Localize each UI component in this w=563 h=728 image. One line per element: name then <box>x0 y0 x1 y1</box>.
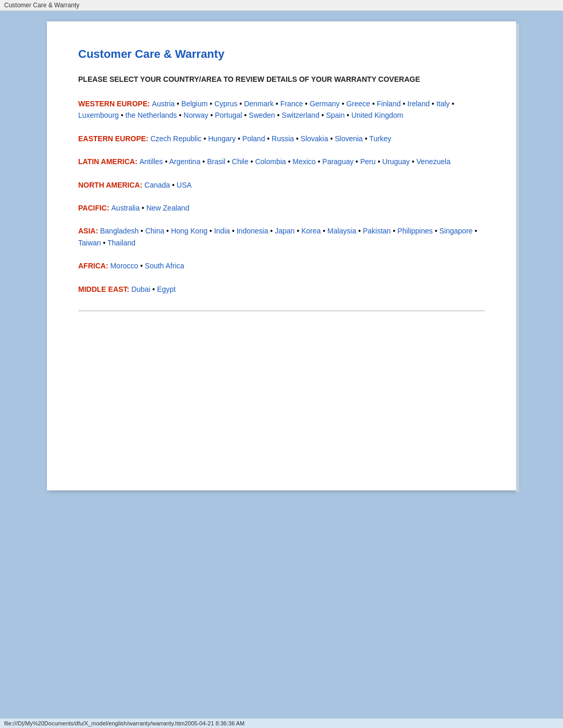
country-link-belgium[interactable]: Belgium <box>181 100 208 108</box>
country-link-austria[interactable]: Austria <box>152 100 175 108</box>
country-link-turkey[interactable]: Turkey <box>369 134 391 143</box>
country-link-thailand[interactable]: Thailand <box>107 239 136 247</box>
country-link-chile[interactable]: Chile <box>232 157 249 166</box>
country-link-dubai[interactable]: Dubai <box>131 285 151 293</box>
country-link-denmark[interactable]: Denmark <box>244 100 274 108</box>
region-latin-america: LATIN AMERICA: Antilles • Argentina • Br… <box>78 156 485 167</box>
country-link-philippines[interactable]: Philippines <box>397 227 433 235</box>
country-link-south-africa[interactable]: South Africa <box>145 262 185 270</box>
page-title: Customer Care & Warranty <box>78 47 485 61</box>
country-link-uruguay[interactable]: Uruguay <box>382 157 410 166</box>
page-subtitle: PLEASE SELECT YOUR COUNTRY/AREA TO REVIE… <box>78 74 485 85</box>
country-link-indonesia[interactable]: Indonesia <box>237 227 268 235</box>
country-link-hong-kong[interactable]: Hong Kong <box>171 227 207 235</box>
country-link-malaysia[interactable]: Malaysia <box>327 227 356 235</box>
country-link-usa[interactable]: USA <box>177 181 192 189</box>
country-link-czech-republic[interactable]: Czech Republic <box>150 134 201 143</box>
country-link-paraguay[interactable]: Paraguay <box>322 157 353 166</box>
region-label-middle-east: MIDDLE EAST: <box>78 285 131 293</box>
status-bar-text: file:///D|/My%20Documents/dfu/X_model/en… <box>4 720 244 726</box>
country-link-antilles[interactable]: Antilles <box>139 157 163 166</box>
country-link-morocco[interactable]: Morocco <box>110 262 138 270</box>
country-link-pakistan[interactable]: Pakistan <box>363 227 391 235</box>
country-link-bangladesh[interactable]: Bangladesh <box>100 227 139 235</box>
country-link-ireland[interactable]: Ireland <box>407 100 430 108</box>
region-pacific: PACIFIC: Australia • New Zealand <box>78 202 485 214</box>
country-link-france[interactable]: France <box>280 100 303 108</box>
country-link-mexico[interactable]: Mexico <box>292 157 315 166</box>
country-link-norway[interactable]: Norway <box>183 111 208 119</box>
country-link-colombia[interactable]: Colombia <box>255 157 286 166</box>
country-link-germany[interactable]: Germany <box>310 100 340 108</box>
country-link-luxembourg[interactable]: Luxembourg <box>78 111 119 119</box>
region-label-asia: ASIA: <box>78 227 100 235</box>
regions-container: WESTERN EUROPE: Austria • Belgium • Cypr… <box>78 98 485 295</box>
region-africa: AFRICA: Morocco • South Africa <box>78 260 485 272</box>
country-link-switzerland[interactable]: Switzerland <box>282 111 319 119</box>
country-link-egypt[interactable]: Egypt <box>157 285 176 293</box>
browser-content: Customer Care & Warranty PLEASE SELECT Y… <box>0 11 563 718</box>
page-card: Customer Care & Warranty PLEASE SELECT Y… <box>47 21 516 490</box>
country-link-united-kingdom[interactable]: United Kingdom <box>351 111 403 119</box>
country-link-portugal[interactable]: Portugal <box>215 111 242 119</box>
country-link-peru[interactable]: Peru <box>360 157 376 166</box>
region-label-latin-america: LATIN AMERICA: <box>78 157 139 166</box>
title-bar: Customer Care & Warranty <box>0 0 563 11</box>
region-label-eastern-europe: EASTERN EUROPE: <box>78 134 150 143</box>
country-link-greece[interactable]: Greece <box>346 100 370 108</box>
region-label-western-europe: WESTERN EUROPE: <box>78 100 152 108</box>
region-label-pacific: PACIFIC: <box>78 204 112 212</box>
country-link-italy[interactable]: Italy <box>436 100 450 108</box>
region-label-north-america: NORTH AMERICA: <box>78 181 144 189</box>
region-north-america: NORTH AMERICA: Canada • USA <box>78 179 485 191</box>
country-link-slovakia[interactable]: Slovakia <box>301 134 328 143</box>
country-link-taiwan[interactable]: Taiwan <box>78 239 101 247</box>
region-asia: ASIA: Bangladesh • China • Hong Kong • I… <box>78 225 485 249</box>
region-label-africa: AFRICA: <box>78 262 110 270</box>
divider <box>78 311 485 311</box>
region-western-europe: WESTERN EUROPE: Austria • Belgium • Cypr… <box>78 98 485 121</box>
country-link-brasil[interactable]: Brasil <box>207 157 225 166</box>
country-link-hungary[interactable]: Hungary <box>208 134 236 143</box>
country-link-japan[interactable]: Japan <box>275 227 295 235</box>
country-link-russia[interactable]: Russia <box>272 134 294 143</box>
country-link-china[interactable]: China <box>145 227 165 235</box>
region-middle-east: MIDDLE EAST: Dubai • Egypt <box>78 283 485 295</box>
country-link-india[interactable]: India <box>214 227 230 235</box>
title-bar-text: Customer Care & Warranty <box>4 2 79 9</box>
region-eastern-europe: EASTERN EUROPE: Czech Republic • Hungary… <box>78 133 485 144</box>
country-link-singapore[interactable]: Singapore <box>439 227 473 235</box>
status-bar: file:///D|/My%20Documents/dfu/X_model/en… <box>0 718 563 728</box>
country-link-slovenia[interactable]: Slovenia <box>335 134 363 143</box>
country-link-canada[interactable]: Canada <box>144 181 170 189</box>
country-link-sweden[interactable]: Sweden <box>249 111 275 119</box>
country-link-australia[interactable]: Australia <box>112 204 140 212</box>
country-link-venezuela[interactable]: Venezuela <box>417 157 450 166</box>
country-link-argentina[interactable]: Argentina <box>169 157 201 166</box>
country-link-the-netherlands[interactable]: the Netherlands <box>126 111 177 119</box>
country-link-finland[interactable]: Finland <box>377 100 401 108</box>
country-link-new-zealand[interactable]: New Zealand <box>146 204 190 212</box>
country-link-poland[interactable]: Poland <box>242 134 265 143</box>
country-link-spain[interactable]: Spain <box>326 111 345 119</box>
country-link-korea[interactable]: Korea <box>301 227 321 235</box>
country-link-cyprus[interactable]: Cyprus <box>214 100 237 108</box>
